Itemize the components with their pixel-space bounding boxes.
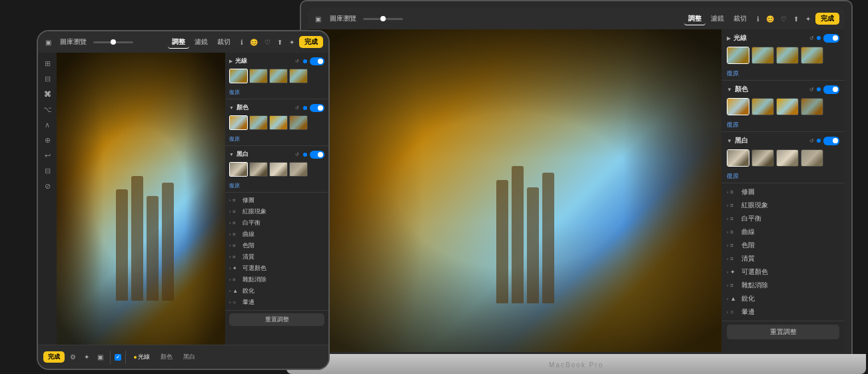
ipad-color-thumb-2[interactable] [249, 115, 268, 130]
ipad-library-btn[interactable]: 圖庫瀏覽 [56, 36, 91, 48]
macbook-tab-filters[interactable]: 濾鏡 [707, 13, 728, 25]
ipad-tab-filters[interactable]: 濾鏡 [191, 36, 212, 48]
ipad-bw-toggle[interactable] [310, 151, 324, 159]
ipad-sidebar-alt-icon[interactable]: ⌥ [42, 104, 53, 115]
ipad-bottom-done-button[interactable]: 完成 [43, 351, 65, 363]
ipad-sidebar-block-icon[interactable]: ⊘ [43, 181, 52, 192]
ipad-sparkle-icon[interactable]: ✦ [287, 37, 296, 47]
macbook-bw-thumb-4[interactable] [801, 149, 823, 167]
macbook-row-noise[interactable]: › ⌗ 雜點消除 [721, 279, 845, 292]
ipad-bw-header[interactable]: ▼ 黑白 ↺ [225, 148, 328, 161]
macbook-color-toggle[interactable] [823, 85, 839, 94]
macbook-row-wb[interactable]: › ⌗ 白平衡 [721, 212, 845, 225]
ipad-bw-restore[interactable]: 復原 [225, 182, 244, 189]
ipad-light-toggle[interactable] [310, 57, 324, 65]
macbook-color-thumb-1[interactable] [727, 98, 749, 115]
macbook-bw-header[interactable]: ▼ 黑白 ↺ [721, 134, 845, 147]
ipad-slider[interactable] [93, 41, 133, 43]
macbook-light-undo-icon[interactable]: ↺ [809, 35, 814, 41]
macbook-reset-button[interactable]: 重置調整 [727, 325, 839, 339]
macbook-done-button[interactable]: 完成 [815, 13, 839, 25]
macbook-bw-restore[interactable]: 復原 [721, 172, 744, 180]
ipad-row-retouching[interactable]: › ⌗ 修圖 [225, 195, 328, 206]
ipad-bw-thumb-3[interactable] [269, 162, 288, 177]
macbook-tile-icon[interactable]: ▣ [313, 14, 323, 24]
ipad-light-thumb-2[interactable] [249, 69, 268, 83]
macbook-row-sharpen[interactable]: › ▲ 銳化 [721, 292, 845, 305]
ipad-share-icon[interactable]: ⬆ [275, 37, 284, 47]
macbook-row-quality[interactable]: › ⌗ 清質 [721, 252, 845, 265]
macbook-heart-icon[interactable]: ♡ [779, 14, 789, 24]
macbook-row-selective[interactable]: › ✦ 可選顏色 [721, 265, 845, 279]
ipad-tab-adjust[interactable]: 調整 [168, 36, 189, 49]
macbook-info-icon[interactable]: ℹ [755, 14, 761, 24]
macbook-color-restore[interactable]: 復原 [721, 121, 744, 129]
macbook-row-vignette[interactable]: › ○ 暈邊 [721, 305, 845, 319]
macbook-bw-thumb-2[interactable] [751, 149, 774, 167]
ipad-bottom-tab-color[interactable]: 顏色 [157, 351, 177, 363]
ipad-info-icon[interactable]: ℹ [238, 37, 245, 47]
ipad-bottom-tab-bw[interactable]: 黑白 [179, 351, 199, 363]
macbook-row-curves[interactable]: › ⌗ 曲線 [721, 225, 845, 239]
ipad-row-vignette[interactable]: › ○ 暈邊 [225, 297, 328, 308]
ipad-sidebar-cmd-icon[interactable]: ⌘ [43, 89, 53, 100]
macbook-slider[interactable] [363, 18, 403, 20]
ipad-color-thumb-4[interactable] [289, 115, 308, 130]
macbook-light-thumb-4[interactable] [801, 47, 823, 64]
ipad-heart-icon[interactable]: ♡ [262, 37, 272, 47]
macbook-bw-thumb-3[interactable] [776, 149, 799, 167]
ipad-light-undo-icon[interactable]: ↺ [295, 59, 299, 64]
macbook-color-header[interactable]: ▼ 顏色 ↺ [721, 83, 845, 96]
macbook-bw-thumb-1[interactable] [727, 149, 749, 167]
ipad-color-header[interactable]: ▼ 顏色 ↺ [225, 101, 328, 114]
macbook-light-thumb-2[interactable] [751, 47, 774, 64]
ipad-sidebar-chevron-icon[interactable]: ∧ [43, 119, 51, 131]
ipad-row-quality[interactable]: › ⌗ 清質 [225, 251, 328, 263]
macbook-bw-toggle[interactable] [823, 137, 839, 145]
ipad-row-sharpen[interactable]: › ▲ 銳化 [225, 285, 328, 297]
macbook-row-redeye[interactable]: › ⌗ 紅眼現象 [721, 199, 845, 212]
ipad-bottom-checkbox[interactable]: ✓ [115, 354, 121, 361]
ipad-sidebar-photo-icon[interactable]: ⊟ [43, 73, 52, 85]
ipad-color-thumb-1[interactable] [229, 115, 248, 130]
ipad-color-restore[interactable]: 復原 [225, 135, 244, 143]
ipad-sidebar-grid-icon[interactable]: ⊞ [43, 58, 52, 69]
ipad-row-redeye[interactable]: › ⌗ 紅眼現象 [225, 206, 328, 217]
ipad-done-button[interactable]: 完成 [299, 36, 323, 48]
ipad-bottom-sparkle-icon[interactable]: ✦ [81, 352, 92, 362]
ipad-row-noise[interactable]: › ⌗ 雜點消除 [225, 274, 328, 285]
macbook-light-thumb-3[interactable] [776, 47, 799, 64]
ipad-bw-thumb-4[interactable] [289, 162, 308, 177]
macbook-row-levels[interactable]: › ⌗ 色階 [721, 239, 845, 252]
ipad-face-icon[interactable]: 😊 [248, 37, 260, 47]
macbook-tab-crop[interactable]: 裁切 [729, 13, 751, 25]
macbook-tab-adjust[interactable]: 調整 [684, 13, 705, 25]
ipad-bw-thumb-1[interactable] [229, 162, 248, 177]
ipad-bw-thumb-2[interactable] [249, 162, 268, 177]
macbook-library-btn[interactable]: 圖庫瀏覽 [326, 13, 360, 25]
ipad-bottom-tile-icon[interactable]: ▣ [95, 352, 106, 362]
ipad-tile-icon[interactable]: ▣ [43, 37, 53, 47]
ipad-light-thumb-4[interactable] [289, 69, 308, 83]
ipad-sidebar-undo-icon[interactable]: ↩ [43, 150, 52, 161]
ipad-sidebar-minus-icon[interactable]: ⊟ [43, 165, 52, 177]
ipad-light-thumb-1[interactable] [229, 69, 248, 83]
ipad-color-thumb-3[interactable] [269, 115, 288, 130]
ipad-bottom-tab-light[interactable]: 光線 [130, 351, 154, 363]
macbook-bw-undo-icon[interactable]: ↺ [809, 138, 814, 144]
macbook-face-icon[interactable]: 😊 [764, 14, 776, 24]
macbook-light-restore[interactable]: 復原 [721, 69, 744, 77]
ipad-light-thumb-3[interactable] [269, 69, 288, 83]
ipad-bw-undo-icon[interactable]: ↺ [295, 152, 299, 157]
macbook-color-thumb-3[interactable] [776, 98, 799, 115]
macbook-light-thumb-1[interactable] [727, 47, 749, 64]
ipad-reset-button[interactable]: 重置調整 [229, 313, 324, 326]
macbook-color-thumb-4[interactable] [801, 98, 823, 115]
ipad-row-levels[interactable]: › ⌗ 色階 [225, 240, 328, 251]
macbook-sparkle-icon[interactable]: ✦ [803, 14, 813, 24]
ipad-row-curves[interactable]: › ⌗ 曲線 [225, 229, 328, 240]
ipad-color-undo-icon[interactable]: ↺ [295, 105, 299, 111]
ipad-bottom-gear-icon[interactable]: ⚙ [67, 352, 79, 362]
macbook-color-thumb-2[interactable] [751, 98, 774, 115]
ipad-light-restore[interactable]: 復原 [225, 89, 244, 96]
